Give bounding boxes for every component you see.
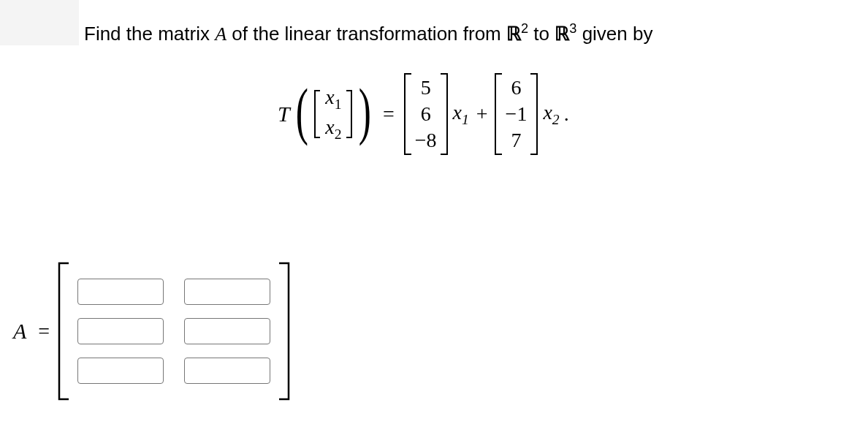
column-vector-2: 6 −1 7 <box>494 73 539 155</box>
x1-sub: 1 <box>335 97 342 112</box>
matrix-input-r1c1[interactable] <box>77 279 164 305</box>
lparen: ( <box>295 89 308 133</box>
answer-A-symbol: A <box>13 319 26 344</box>
equals-sign: = <box>383 102 395 126</box>
matrix-input-r2c2[interactable] <box>184 318 270 344</box>
period: . <box>564 102 569 126</box>
left-bracket-icon <box>403 73 412 155</box>
real-R2: ℝ <box>506 23 521 45</box>
x2-var: x <box>325 116 334 138</box>
right-bracket-icon <box>440 73 449 155</box>
prompt-to: to <box>528 23 555 45</box>
x2-scalar: x <box>543 101 552 124</box>
matrix-input-r3c2[interactable] <box>184 358 270 384</box>
col2-r2: −1 <box>506 101 528 127</box>
plus-sign: + <box>476 102 488 126</box>
exp-2: 2 <box>521 21 528 36</box>
col1-r1: 5 <box>416 75 435 101</box>
x1-var: x <box>325 86 334 108</box>
matrix-input-r1c2[interactable] <box>184 279 270 305</box>
column-vector-1: 5 6 −8 <box>403 73 449 155</box>
left-bracket-icon <box>57 262 70 401</box>
real-R3: ℝ <box>555 23 569 45</box>
x1-scalar-sub: 1 <box>462 111 469 126</box>
x2-sub: 2 <box>335 126 342 142</box>
transformation-equation: T ( x1 x2 ) = 5 6 −8 x1 + 6 −1 7 x2. <box>278 73 569 155</box>
col1-r2: 6 <box>416 101 435 127</box>
prompt-text2: of the linear transformation from <box>226 23 506 45</box>
highlight-box <box>0 0 79 45</box>
col2-r1: 6 <box>506 75 525 101</box>
rparen: ) <box>359 89 371 133</box>
input-vector: x1 x2 <box>313 84 353 143</box>
col1-r3: −8 <box>415 127 437 154</box>
exp-3: 3 <box>569 21 576 36</box>
right-bracket-icon <box>530 73 538 155</box>
x2-scalar-sub: 2 <box>552 111 560 126</box>
matrix-input-r2c1[interactable] <box>77 318 164 344</box>
right-bracket-icon <box>346 90 353 138</box>
left-bracket-icon <box>494 73 503 155</box>
col2-r3: 7 <box>506 127 525 154</box>
matrix-input-r3c1[interactable] <box>77 358 164 384</box>
prompt-given: given by <box>576 23 652 45</box>
problem-prompt: Find the matrix A of the linear transfor… <box>84 20 652 46</box>
answer-matrix <box>57 262 291 401</box>
x1-scalar: x <box>453 101 462 124</box>
left-bracket-icon <box>313 90 321 138</box>
right-bracket-icon <box>278 262 291 401</box>
matrix-A-symbol: A <box>215 23 226 45</box>
prompt-text: Find the matrix <box>84 23 215 45</box>
answer-block: A = <box>13 262 291 401</box>
T-symbol: T <box>278 102 290 126</box>
answer-equals: = <box>38 320 50 343</box>
